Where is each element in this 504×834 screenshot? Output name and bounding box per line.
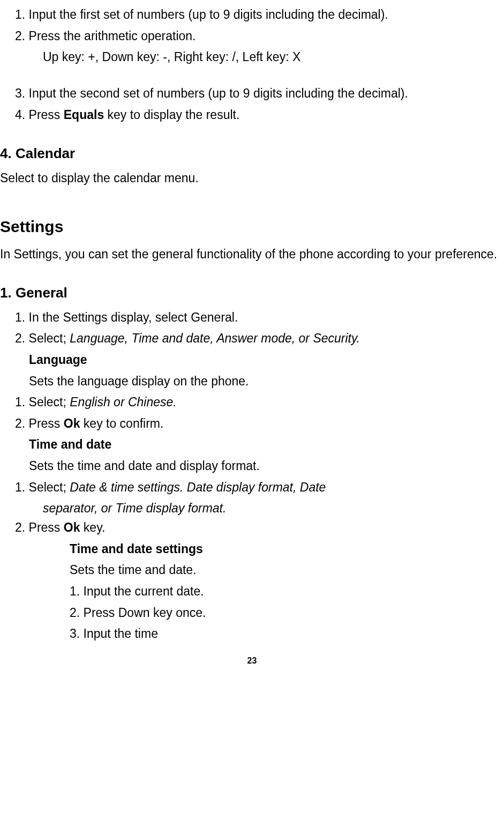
general-step-2-prefix: 2. Select; [15,331,70,345]
step-2-detail: Up key: +, Down key: -, Right key: /, Le… [43,48,504,67]
step-4: 4. Press Equals key to display the resul… [29,106,504,125]
language-step-2: 2. Press Ok key to confirm. [29,414,504,434]
language-step-2-suffix: key to confirm. [80,416,163,430]
settings-intro: In Settings, you can set the general fun… [0,245,504,264]
step-2: 2. Press the arithmetic operation. [29,27,504,46]
language-step-1-italic: English or Chinese. [70,395,176,409]
language-desc: Sets the language display on the phone. [29,372,504,391]
settings-heading: Settings [0,214,504,240]
step-3: 3. Input the second set of numbers (up t… [29,84,504,103]
calendar-heading: 4. Calendar [0,143,504,164]
timedate-heading: Time and date [29,435,504,455]
timedate-sub-s1: 1. Input the current date. [70,582,504,601]
timedate-sub-s3: 3. Input the time [70,624,504,644]
timedate-step-1: 1. Select; Date & time settings. Date di… [29,478,504,497]
timedate-step-2-bold: Ok [64,520,80,534]
timedate-step-2: 2. Press Ok key. [29,518,504,538]
timedate-sub-desc: Sets the time and date. [70,561,504,580]
step-4-suffix: key to display the result. [104,108,239,122]
step-1: 1. Input the first set of numbers (up to… [29,5,504,25]
document-page: 1. Input the first set of numbers (up to… [0,5,504,668]
language-heading: Language [29,351,504,370]
step-4-prefix: 4. Press [15,108,64,122]
language-step-2-prefix: 2. Press [15,416,64,430]
step-4-bold: Equals [64,108,104,122]
timedate-desc: Sets the time and date and display forma… [29,457,504,476]
timedate-sub-s2: 2. Press Down key once. [70,604,504,623]
page-number: 23 [0,654,504,668]
language-step-1: 1. Select; English or Chinese. [29,393,504,412]
language-step-2-bold: Ok [64,416,80,430]
general-heading: 1. General [0,282,504,303]
timedate-step-1-cont: separator, or Time display format. [43,499,504,518]
timedate-sub-heading: Time and date settings [70,540,504,559]
timedate-step-2-suffix: key. [80,520,105,534]
general-step-2-italic: Language, Time and date, Answer mode, or… [70,331,360,345]
general-step-1: 1. In the Settings display, select Gener… [29,308,504,327]
timedate-step-1-prefix: 1. Select; [15,480,70,494]
language-step-1-prefix: 1. Select; [15,395,70,409]
timedate-step-2-prefix: 2. Press [15,520,64,534]
timedate-step-1-italic-a: Date & time settings. Date display forma… [70,480,326,494]
calendar-text: Select to display the calendar menu. [0,169,504,188]
general-step-2: 2. Select; Language, Time and date, Answ… [29,329,504,348]
